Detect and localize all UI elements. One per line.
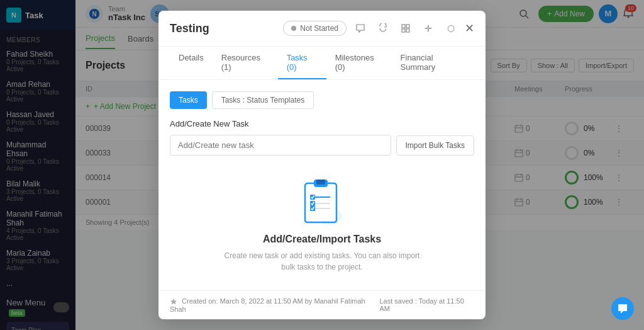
modal-header-right: Not Started ✛ ⬡ ✕: [283, 20, 474, 37]
modal-header: Testing Not Started ✛ ⬡ ✕: [158, 11, 486, 47]
add-task-label: Add/Create New Task: [170, 119, 474, 128]
tab-resources[interactable]: Resources (1): [213, 47, 278, 79]
expand-icon-button[interactable]: ⬡: [442, 20, 460, 37]
tab-tasks[interactable]: Tasks (0): [278, 47, 326, 79]
svg-rect-23: [402, 25, 405, 28]
modal-footer: Created on: March 8, 2022 at 11:50 AM by…: [158, 290, 486, 319]
tab-milestones[interactable]: Milestones (0): [326, 47, 392, 79]
grid-icon-button[interactable]: [397, 20, 414, 37]
footer-created: Created on: March 8, 2022 at 11:50 AM by…: [170, 297, 379, 313]
pin-icon-button[interactable]: ✛: [419, 20, 437, 37]
modal-tabs: Details Resources (1) Tasks (0) Mileston…: [158, 47, 486, 80]
svg-rect-30: [316, 179, 325, 185]
status-templates-tab-pill[interactable]: Tasks : Status Templates: [212, 91, 314, 109]
chat-bubble-button[interactable]: [611, 297, 634, 320]
add-task-input[interactable]: [170, 135, 391, 156]
tasks-tab-pill[interactable]: Tasks: [170, 91, 207, 109]
modal-title: Testing: [170, 22, 209, 35]
modal-overlay[interactable]: Testing Not Started ✛ ⬡ ✕: [0, 0, 644, 330]
add-task-row: Import Bulk Tasks: [170, 135, 474, 156]
modal: Testing Not Started ✛ ⬡ ✕: [158, 11, 486, 319]
status-dot: [291, 26, 296, 31]
modal-body: Tasks Tasks : Status Templates Add/Creat…: [158, 80, 486, 290]
footer-saved: Last saved : Today at 11:50 AM: [379, 297, 474, 312]
refresh-icon-button[interactable]: [374, 20, 392, 37]
tab-details[interactable]: Details: [170, 47, 213, 79]
status-button[interactable]: Not Started: [283, 21, 347, 36]
tab-financial[interactable]: Financial Summary: [392, 47, 474, 79]
svg-rect-24: [406, 25, 409, 28]
tab-pill-buttons: Tasks Tasks : Status Templates: [170, 91, 474, 109]
svg-rect-26: [406, 29, 409, 32]
clipboard-illustration: [294, 171, 350, 234]
empty-state-title: Add/Create/Import Tasks: [263, 234, 381, 245]
import-bulk-button[interactable]: Import Bulk Tasks: [396, 135, 474, 156]
modal-close-button[interactable]: ✕: [465, 21, 474, 35]
svg-rect-25: [402, 29, 405, 32]
empty-state: Add/Create/Import Tasks Create new task …: [170, 156, 474, 283]
comment-icon-button[interactable]: [352, 20, 369, 37]
empty-state-desc: Create new task or add existing tasks. Y…: [221, 250, 423, 273]
